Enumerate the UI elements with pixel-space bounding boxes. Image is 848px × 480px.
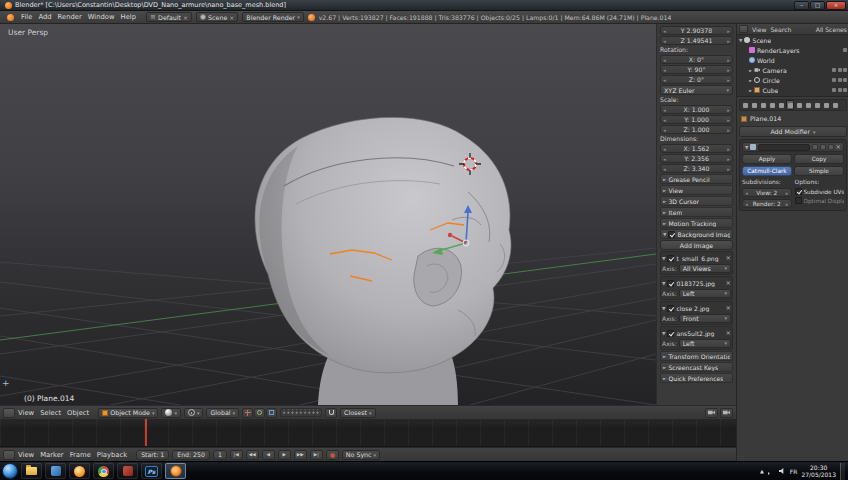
render-toggle-icon[interactable] xyxy=(843,68,847,72)
copy-button[interactable]: Copy xyxy=(794,154,844,164)
show-desktop-button[interactable] xyxy=(840,463,845,480)
tab-material-icon[interactable] xyxy=(804,100,812,110)
outliner-view-menu[interactable]: View xyxy=(752,26,766,33)
render-toggle-icon[interactable] xyxy=(843,88,847,92)
blender-taskbar-icon[interactable] xyxy=(165,463,186,479)
increment-icon[interactable]: ▸ xyxy=(725,57,732,63)
remove-image-icon[interactable]: × xyxy=(726,254,731,262)
decrement-icon[interactable]: ◂ xyxy=(743,190,750,196)
scale-field[interactable]: ◂ Y: 1.000 ▸ xyxy=(660,115,733,124)
render-toggle-icon[interactable] xyxy=(843,48,847,52)
view3d-canvas[interactable]: User Persp (0) Plane.014 + xyxy=(0,24,656,405)
axis-dropdown[interactable]: Left ▾ xyxy=(679,339,731,348)
network-icon[interactable] xyxy=(768,468,775,475)
panel-section-header[interactable]: ► 3D Cursor xyxy=(660,196,733,206)
viewport-shading-dropdown[interactable]: ▾ xyxy=(161,408,181,418)
timeline-menu-item[interactable]: Playback xyxy=(97,451,127,459)
rotation-field[interactable]: ◂ Z: 0° ▸ xyxy=(660,75,733,84)
mode-dropdown[interactable]: Object Mode ▾ xyxy=(98,408,158,418)
decrement-icon[interactable]: ◂ xyxy=(661,127,668,133)
panel-section-header[interactable]: ► Motion Tracking xyxy=(660,218,733,228)
decrement-icon[interactable]: ◂ xyxy=(661,156,668,162)
tab-render-icon[interactable] xyxy=(741,100,749,110)
tab-particles-icon[interactable] xyxy=(822,100,830,110)
decrement-icon[interactable]: ◂ xyxy=(743,201,750,207)
decrement-icon[interactable]: ◂ xyxy=(661,107,668,113)
remove-scene-icon[interactable]: × xyxy=(229,14,234,21)
tab-world-icon[interactable] xyxy=(759,100,767,110)
decrement-icon[interactable]: ◂ xyxy=(661,166,668,172)
remove-image-icon[interactable]: × xyxy=(726,304,731,312)
remove-layout-icon[interactable]: × xyxy=(183,14,188,21)
panel-section-header[interactable]: ► Grease Pencil xyxy=(660,174,733,184)
editor-type-icon[interactable] xyxy=(739,25,748,33)
expand-icon[interactable]: ▼ xyxy=(662,306,665,311)
explorer-icon[interactable] xyxy=(21,463,42,479)
panel-section-header[interactable]: ► Transform Orientations xyxy=(660,351,733,361)
start-button[interactable] xyxy=(2,463,18,479)
image-enabled-checkbox[interactable] xyxy=(667,305,674,312)
layers-widget[interactable] xyxy=(280,408,322,417)
editor-type-icon[interactable] xyxy=(3,408,15,418)
expand-icon[interactable]: ► xyxy=(749,68,752,73)
menu-item[interactable]: Help xyxy=(121,13,137,21)
increment-icon[interactable]: ▸ xyxy=(725,28,732,34)
menu-item[interactable]: Add xyxy=(38,13,51,21)
add-modifier-dropdown[interactable]: Add Modifier ▾ xyxy=(739,126,847,137)
playhead-marker[interactable] xyxy=(145,419,147,447)
increment-icon[interactable]: ▸ xyxy=(725,117,732,123)
expand-icon[interactable]: ► xyxy=(749,88,752,93)
select-toggle-icon[interactable] xyxy=(838,68,842,72)
increment-icon[interactable]: ▸ xyxy=(725,67,732,73)
editor-type-icon[interactable] xyxy=(3,450,15,460)
select-toggle-icon[interactable] xyxy=(838,88,842,92)
close-button[interactable]: × xyxy=(826,1,846,10)
apply-button[interactable]: Apply xyxy=(742,154,792,164)
opengl-render-icon[interactable] xyxy=(705,408,718,418)
tray-expand-icon[interactable]: ▲ xyxy=(760,468,764,474)
modifier-name-field[interactable] xyxy=(758,144,809,151)
rotation-field[interactable]: ◂ Y: 90° ▸ xyxy=(660,65,733,74)
volume-icon[interactable] xyxy=(779,468,786,475)
expand-icon[interactable]: ▼ xyxy=(662,331,665,336)
tab-data-icon[interactable] xyxy=(795,100,803,110)
edit-mode-visibility-icon[interactable] xyxy=(828,144,834,150)
firefox-icon[interactable] xyxy=(69,463,90,479)
menu-item[interactable]: Window xyxy=(88,13,115,21)
outliner-search-menu[interactable]: Search xyxy=(770,26,791,33)
record-button[interactable]: ● xyxy=(326,450,339,460)
location-field[interactable]: ◂ Z 1.49541 ▸ xyxy=(660,36,733,45)
decrement-icon[interactable]: ◂ xyxy=(661,38,668,44)
menu-item[interactable]: File xyxy=(21,13,32,21)
viewport-menu-item[interactable]: Object xyxy=(67,409,89,417)
dimension-field[interactable]: ◂ X: 1.562 ▸ xyxy=(660,144,733,153)
play-button[interactable]: ▶ xyxy=(278,450,291,460)
background-images-checkbox[interactable] xyxy=(668,231,675,238)
head-mesh[interactable] xyxy=(255,117,511,372)
view-subdivisions-field[interactable]: ◂ View: 2 ▸ xyxy=(742,188,792,197)
increment-icon[interactable]: ▸ xyxy=(725,146,732,152)
timeline-menu-item[interactable]: Frame xyxy=(70,451,91,459)
increment-icon[interactable]: ▸ xyxy=(725,38,732,44)
increment-icon[interactable]: ▸ xyxy=(725,77,732,83)
viewport-menu-item[interactable]: View xyxy=(18,409,34,417)
next-keyframe-button[interactable]: ▶▶ xyxy=(294,450,307,460)
tab-object-icon[interactable] xyxy=(768,100,776,110)
expand-icon[interactable]: ▼ xyxy=(662,256,665,261)
axis-dropdown[interactable]: All Views ▾ xyxy=(679,264,731,273)
start-frame-field[interactable]: Start: 1 xyxy=(136,450,169,460)
decrement-icon[interactable]: ◂ xyxy=(661,28,668,34)
add-image-button[interactable]: Add Image xyxy=(660,240,733,250)
axis-dropdown[interactable]: Front ▾ xyxy=(679,314,731,323)
image-entry-header[interactable]: ▼ close 2.jpg × xyxy=(662,303,731,313)
outliner-item-scene[interactable]: ▼ Scene xyxy=(737,35,848,45)
toolshelf-expand-icon[interactable]: + xyxy=(2,378,10,388)
render-subdivisions-field[interactable]: ◂ Render: 2 ▸ xyxy=(742,199,792,208)
increment-icon[interactable]: ▸ xyxy=(784,201,791,207)
rotation-mode-dropdown[interactable]: XYZ Euler ▾ xyxy=(660,85,733,95)
snap-magnet-icon[interactable] xyxy=(325,408,337,418)
expand-icon[interactable]: ▼ xyxy=(662,281,665,286)
panel-section-header[interactable]: ► View xyxy=(660,185,733,195)
viewport-menu-item[interactable]: Select xyxy=(40,409,61,417)
language-indicator[interactable]: FR xyxy=(790,468,798,475)
